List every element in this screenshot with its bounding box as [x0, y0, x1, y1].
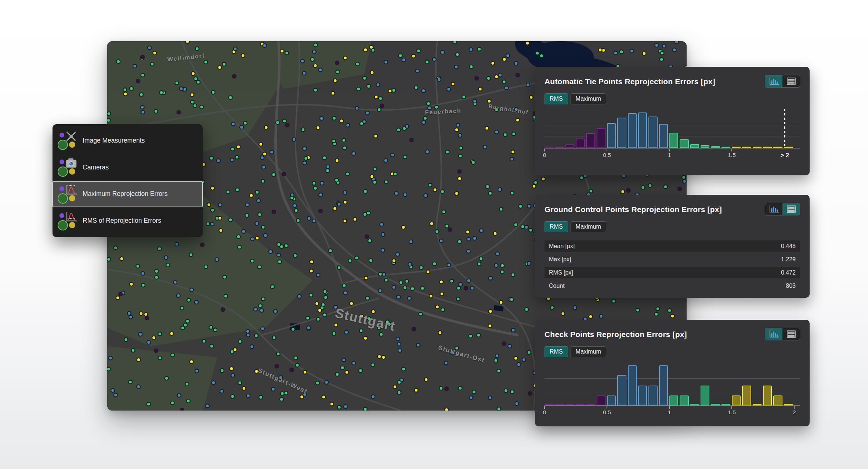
- stat-value: 1.229: [781, 256, 796, 263]
- stat-label: RMS [px]: [549, 269, 573, 276]
- stat-value: 803: [786, 283, 796, 289]
- menu-item-rms-of-reprojection-errors[interactable]: RMS of Reprojection Errors: [53, 208, 203, 234]
- panel-automatic-tie-points: Automatic Tie Points Reprojection Errors…: [535, 67, 810, 175]
- histogram-bar: [669, 395, 678, 405]
- tick-label: 0: [543, 409, 546, 416]
- histogram-view-button[interactable]: [765, 328, 782, 340]
- maximum-tab[interactable]: Maximum: [571, 93, 606, 104]
- table-view-button[interactable]: [782, 75, 800, 87]
- check-points-histogram: 00.511.52: [545, 365, 800, 416]
- menu-item-label: Maximum Reprojection Errors: [83, 190, 167, 198]
- menu-item-label: Cameras: [83, 164, 109, 171]
- maximum-tab[interactable]: Maximum: [571, 221, 606, 232]
- maximum-tab[interactable]: Maximum: [571, 346, 606, 357]
- purple-point-dot: [59, 133, 64, 137]
- tick-mark: [669, 406, 670, 409]
- rms-tab[interactable]: RMS: [545, 93, 568, 104]
- desktop: WeilimdorfFeuerbachBurgholzhofStuttgartS…: [0, 0, 868, 469]
- table-row: Max [px]1.229: [545, 254, 800, 265]
- histogram-bar: [628, 113, 637, 148]
- stat-value: 0.472: [781, 269, 796, 276]
- histogram-bar: [597, 128, 605, 148]
- purple-point-dot: [59, 213, 64, 218]
- menu-item-label: Image Measurements: [83, 137, 145, 144]
- histogram-bar: [669, 133, 678, 148]
- purple-point-dot: [59, 186, 64, 191]
- table-row: Mean [px]0.448: [545, 240, 800, 252]
- metric-tabs: RMS Maximum: [545, 221, 800, 232]
- histogram-bar: [617, 118, 626, 148]
- table-icon: [786, 330, 796, 338]
- panel-title: Ground Control Points Reprojection Error…: [545, 203, 722, 214]
- layer-menu: Image MeasurementsCamerasMaximum Reproje…: [53, 124, 203, 237]
- tie-points-histogram: 00.511.5> 2: [545, 112, 800, 159]
- tick-mark: [544, 149, 545, 151]
- menu-item-maximum-reprojection-errors[interactable]: Maximum Reprojection Errors: [53, 181, 203, 207]
- histogram-bar: [638, 386, 647, 405]
- tick-label: 1.5: [728, 152, 736, 158]
- tick-mark: [794, 406, 795, 409]
- table-row: RMS [px]0.472: [545, 267, 800, 278]
- histogram-bar: [659, 124, 668, 148]
- tick-label: 0.5: [603, 152, 611, 158]
- table-row: Count803: [545, 280, 800, 291]
- x-axis-ticks: 00.511.52: [545, 406, 794, 416]
- tick-mark: [607, 406, 607, 409]
- histogram-bar: [648, 117, 657, 148]
- histogram-bar: [701, 386, 709, 405]
- histogram-icon: [768, 77, 780, 85]
- histogram-plot-area: [545, 365, 794, 406]
- histogram-bar: [638, 112, 647, 148]
- tick-label: > 2: [780, 152, 789, 159]
- menu-item-label: RMS of Reprojection Errors: [83, 217, 161, 225]
- histogram-bar: [607, 395, 616, 405]
- view-toggle: [765, 328, 800, 340]
- histogram-bar: [648, 386, 657, 405]
- histogram-icon: [768, 330, 780, 338]
- tick-label: 1.5: [728, 409, 736, 416]
- histogram-icon: [768, 205, 780, 213]
- tick-label: 0.5: [603, 409, 611, 416]
- stat-label: Mean [px]: [549, 243, 575, 250]
- yellow-point-dot: [69, 222, 75, 228]
- histogram-bar: [763, 386, 772, 405]
- rms-tab[interactable]: RMS: [545, 346, 568, 357]
- tick-mark: [669, 149, 670, 151]
- histogram-bar: [659, 365, 668, 405]
- histogram-bar: [742, 386, 751, 405]
- histogram-bar: [607, 123, 616, 148]
- panel-title: Automatic Tie Points Reprojection Errors…: [545, 75, 715, 86]
- histogram-bar: [586, 133, 595, 148]
- rms-tab[interactable]: RMS: [545, 221, 568, 232]
- tick-label: 2: [793, 409, 796, 416]
- tick-mark: [731, 406, 732, 409]
- histogram-bar: [576, 139, 585, 148]
- histogram-bar: [732, 395, 741, 405]
- histogram-view-button[interactable]: [765, 203, 782, 215]
- histogram-bar: [628, 365, 637, 405]
- tie-points-icon: [57, 130, 78, 151]
- yellow-point-dot: [69, 195, 75, 201]
- table-icon: [786, 205, 796, 213]
- camera-icon: [57, 157, 78, 178]
- stat-label: Count: [549, 283, 565, 289]
- histogram-bar: [617, 375, 626, 405]
- tick-label: 1: [668, 152, 671, 158]
- panel-check-points: Check Points Reprojection Errors [px]: [535, 320, 810, 426]
- stat-label: Max [px]: [549, 256, 571, 263]
- table-view-button[interactable]: [782, 328, 800, 340]
- panel-ground-control-points: Ground Control Points Reprojection Error…: [535, 195, 810, 298]
- yellow-point-dot: [69, 142, 75, 148]
- yellow-point-dot: [69, 168, 75, 175]
- x-axis-ticks: 00.511.5> 2: [545, 148, 794, 159]
- panel-title: Check Points Reprojection Errors [px]: [545, 328, 687, 339]
- histogram-view-button[interactable]: [765, 75, 782, 87]
- menu-item-image-measurements[interactable]: Image Measurements: [53, 128, 203, 153]
- histogram-bar: [773, 395, 782, 405]
- rms-histogram-icon: [57, 211, 78, 231]
- tick-label: 1: [668, 409, 671, 416]
- menu-item-cameras[interactable]: Cameras: [53, 154, 203, 180]
- gridline: [545, 392, 800, 392]
- table-view-button[interactable]: [782, 203, 800, 215]
- histogram-bar: [680, 395, 688, 405]
